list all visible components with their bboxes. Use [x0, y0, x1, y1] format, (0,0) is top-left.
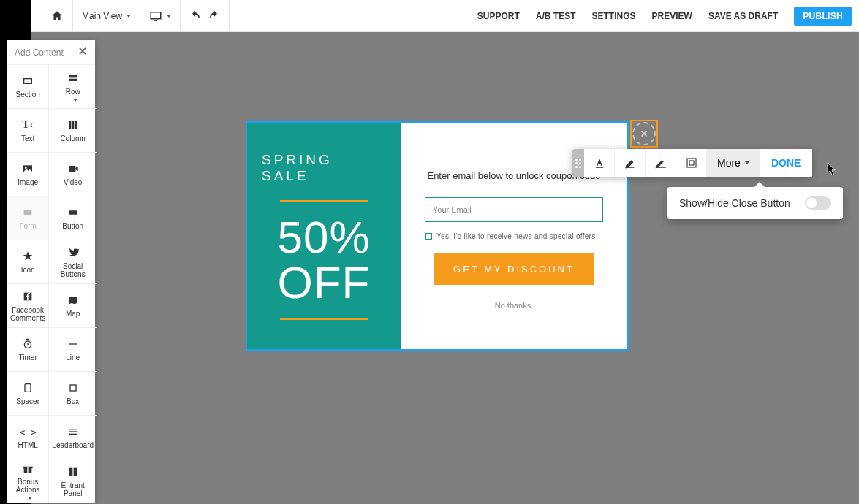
- email-input[interactable]: Your Email: [425, 197, 603, 222]
- text-color-button[interactable]: [584, 149, 615, 177]
- add-content-header: Add Content: [7, 40, 95, 65]
- sidebar-item-html[interactable]: < >HTML: [7, 416, 49, 459]
- device-dropdown[interactable]: [140, 0, 181, 32]
- text-icon: TT: [22, 118, 33, 131]
- add-content-panel: Add Content Section Row TTText Column Im…: [7, 40, 95, 503]
- publish-button[interactable]: PUBLISH: [794, 7, 852, 26]
- caret-down-icon: [745, 161, 749, 164]
- close-icon: [639, 129, 649, 139]
- sidebar-item-box[interactable]: Box: [49, 372, 97, 416]
- spacing-icon: [685, 156, 698, 169]
- close-panel-button[interactable]: [77, 46, 88, 58]
- svg-rect-18: [69, 429, 77, 429]
- svg-rect-0: [151, 12, 161, 18]
- sidebar-item-row[interactable]: Row: [49, 65, 97, 109]
- sidebar-item-column[interactable]: Column: [49, 109, 97, 153]
- sidebar-item-icon[interactable]: Icon: [7, 240, 49, 284]
- svg-rect-19: [69, 431, 77, 432]
- popup-discount: 50% OFF: [262, 215, 386, 305]
- svg-rect-30: [689, 161, 694, 165]
- svg-rect-10: [69, 166, 75, 172]
- svg-rect-5: [69, 121, 71, 129]
- svg-rect-2: [24, 79, 32, 84]
- topbar-right: SUPPORT A/B TEST SETTINGS PREVIEW SAVE A…: [477, 7, 852, 26]
- show-hide-close-row[interactable]: Show/Hide Close Button: [667, 187, 843, 219]
- redo-icon[interactable]: [208, 10, 220, 22]
- sidebar-item-text[interactable]: TTText: [7, 109, 49, 153]
- popup-left-panel: SPRING SALE 50% OFF: [247, 123, 401, 349]
- save-draft-link[interactable]: SAVE AS DRAFT: [708, 11, 778, 21]
- sidebar-item-bonus-actions[interactable]: Bonus Actions: [7, 459, 49, 503]
- done-button[interactable]: DONE: [760, 149, 812, 177]
- facebook-icon: [22, 291, 34, 302]
- sidebar-item-line[interactable]: Line: [49, 328, 97, 372]
- svg-rect-17: [70, 385, 76, 391]
- settings-link[interactable]: SETTINGS: [592, 11, 636, 21]
- topbar-left: Main View: [42, 0, 230, 32]
- highlight-icon: [624, 156, 637, 169]
- undo-icon[interactable]: [189, 10, 201, 22]
- svg-rect-1: [154, 20, 158, 21]
- popup-title: SPRING SALE: [262, 152, 386, 184]
- sidebar-item-entrant-panel[interactable]: Entrant Panel: [49, 459, 97, 503]
- sidebar-item-map[interactable]: Map: [49, 284, 97, 328]
- spacer-icon: [22, 382, 34, 394]
- svg-rect-15: [69, 343, 77, 344]
- no-thanks-link[interactable]: No thanks.: [495, 301, 534, 310]
- svg-rect-3: [69, 75, 77, 77]
- star-icon: [22, 251, 34, 262]
- svg-rect-4: [69, 79, 77, 81]
- svg-rect-7: [75, 121, 77, 129]
- leaderboard-icon: [67, 426, 79, 438]
- svg-point-9: [25, 167, 27, 169]
- caret-down-icon: [126, 15, 131, 18]
- svg-rect-20: [69, 434, 77, 435]
- sidebar-item-section[interactable]: Section: [7, 65, 49, 109]
- caret-down-icon: [167, 15, 171, 18]
- svg-rect-26: [595, 167, 603, 168]
- sidebar-item-leaderboard[interactable]: Leaderboard: [49, 416, 97, 459]
- form-icon: [22, 207, 34, 218]
- newsletter-checkbox-row[interactable]: Yes, I'd like to receive news and specia…: [425, 232, 603, 240]
- popup-preview[interactable]: SPRING SALE 50% OFF Enter email below to…: [247, 123, 627, 349]
- sidebar-item-timer[interactable]: Timer: [7, 328, 49, 372]
- content-grid: Section Row TTText Column Image Video Fo…: [7, 65, 95, 503]
- spacing-button[interactable]: [676, 149, 707, 177]
- main-view-dropdown[interactable]: Main View: [73, 0, 140, 32]
- toggle-switch[interactable]: [805, 196, 831, 210]
- sidebar-item-spacer[interactable]: Spacer: [7, 372, 49, 416]
- preview-link[interactable]: PREVIEW: [652, 11, 692, 21]
- close-button-inner: [634, 123, 654, 144]
- home-button[interactable]: [42, 0, 73, 32]
- sidebar-item-form: Form: [7, 196, 49, 240]
- close-button-element-selected[interactable]: [630, 120, 658, 148]
- sidebar-item-facebook-comments[interactable]: Facebook Comments: [7, 284, 49, 328]
- desktop-icon: [149, 9, 162, 23]
- edit-button[interactable]: [646, 149, 676, 177]
- image-icon: [22, 163, 34, 175]
- button-icon: [67, 207, 79, 218]
- map-icon: [67, 294, 79, 306]
- sidebar-item-image[interactable]: Image: [7, 153, 49, 196]
- svg-rect-23: [28, 466, 29, 473]
- sidebar-item-social[interactable]: Social Buttons: [49, 240, 97, 284]
- abtest-link[interactable]: A/B TEST: [536, 11, 576, 21]
- box-icon: [67, 382, 79, 394]
- divider: [280, 318, 368, 320]
- svg-rect-16: [25, 384, 31, 392]
- support-link[interactable]: SUPPORT: [477, 11, 520, 21]
- sidebar-item-button[interactable]: Button: [49, 196, 97, 240]
- row-icon: [67, 72, 79, 84]
- more-dropdown[interactable]: More: [707, 149, 760, 177]
- panel-icon: [67, 466, 79, 478]
- divider: [280, 200, 368, 202]
- highlight-button[interactable]: [615, 149, 646, 177]
- sidebar-item-video[interactable]: Video: [49, 153, 97, 196]
- checkbox-icon: [425, 233, 432, 240]
- drag-handle[interactable]: [572, 149, 584, 177]
- text-color-icon: [593, 156, 606, 169]
- svg-rect-28: [656, 167, 666, 168]
- topbar: Main View SUPPORT A/B TEST SETTINGS PREV…: [31, 0, 859, 32]
- get-discount-button[interactable]: GET MY DISCOUNT: [434, 253, 594, 285]
- column-icon: [67, 119, 79, 131]
